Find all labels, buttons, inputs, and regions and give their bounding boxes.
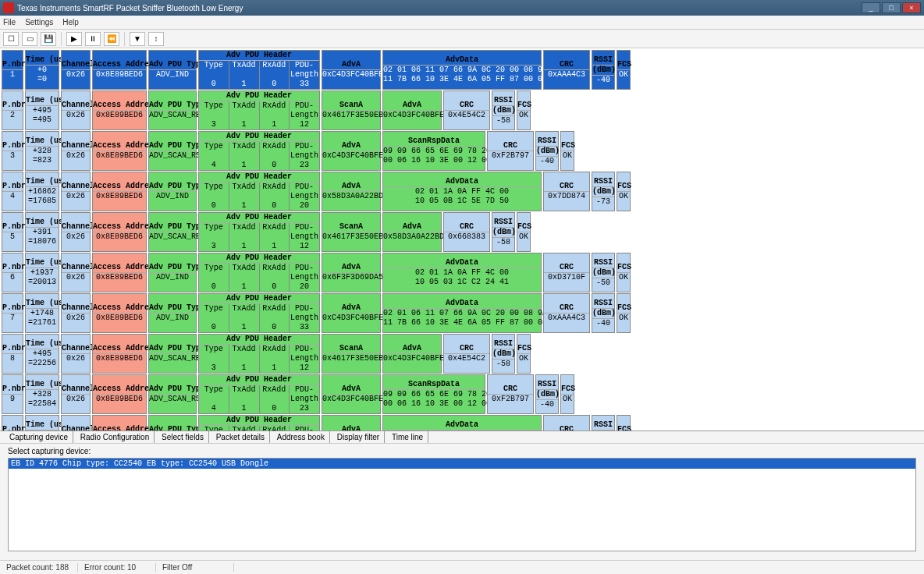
col-scanrsp: ScanRspData09 09 66 65 6E 69 78 20 3300 … <box>382 131 485 171</box>
pause-icon[interactable]: ⏸ <box>85 32 101 46</box>
close-button[interactable]: × <box>902 2 921 13</box>
col-adva: AdvA0xC4D3FC40BFE5 <box>322 131 381 171</box>
col-adva: AdvA0xC4D3FC40BFE5 <box>322 293 381 333</box>
packet-row[interactable]: P.nbr.6Time (us)+1937=20013Channel0x26Ac… <box>2 253 922 292</box>
tab-details[interactable]: Packet details <box>211 431 270 443</box>
col-channel: Channel0x26 <box>61 50 91 90</box>
tab-timeline[interactable]: Time line <box>387 431 428 443</box>
pdu-header: Adv PDU Header TypeTxAddRxAddPDU-Length … <box>198 374 320 414</box>
packet-row[interactable]: P.nbr.2Time (us)+495=495Channel0x26Acces… <box>2 90 922 130</box>
device-item[interactable]: EB ID 4776 Chip type: CC2540 EB type: CC… <box>9 459 915 469</box>
col-pnbr: P.nbr.3 <box>2 131 23 171</box>
status-filter: Filter Off <box>156 563 234 572</box>
pdu-header: Adv PDU Header TypeTxAddRxAddPDU-Length … <box>198 415 320 430</box>
packet-row[interactable]: P.nbr.9Time (us)+328=22584Channel0x26Acc… <box>2 374 922 414</box>
col-rssi: RSSI(dBm)-40 <box>592 50 615 90</box>
col-crc: CRC0x668383 <box>443 212 490 252</box>
col-crc: CRC0xAAA4C3 <box>543 50 590 90</box>
col-rssi: RSSI(dBm)-58 <box>492 212 515 252</box>
col-pnbr: P.nbr.1 <box>2 50 23 90</box>
col-pnbr: P.nbr.9 <box>2 374 23 414</box>
tab-display[interactable]: Display filter <box>332 431 385 443</box>
col-pdutype: Adv PDU TypeADV_IND <box>148 50 197 90</box>
play-icon[interactable]: ▶ <box>66 32 82 46</box>
col-channel: Channel0x26 <box>61 212 91 252</box>
col-adva: AdvA0xAC9A22F35404 <box>322 415 381 430</box>
col-fcs: FCSOK <box>560 374 574 414</box>
packet-row[interactable]: P.nbr.7Time (us)+1748=21761Channel0x26Ac… <box>2 293 922 333</box>
funnel-icon[interactable]: ▼ <box>130 32 145 46</box>
packet-list[interactable]: P.nbr.1Time (us)+0=0Channel0x26Access Ad… <box>0 48 924 430</box>
col-access: Access Address0x8E89BED6 <box>92 212 147 252</box>
col-time: Time (us)+495=22256 <box>25 334 59 374</box>
col-adva: AdvA0x6F3F3D69DA5E <box>322 253 381 292</box>
col-time: Time (us)+328=22584 <box>25 374 59 414</box>
stop-icon[interactable]: ⏪ <box>104 32 119 46</box>
col-fcs: FCSOK <box>617 253 631 292</box>
packet-row[interactable]: P.nbr.3Time (us)+328=823Channel0x26Acces… <box>2 131 922 171</box>
col-pnbr: P.nbr.2 <box>2 90 23 130</box>
device-list[interactable]: EB ID 4776 Chip type: CC2540 EB type: CC… <box>8 458 916 551</box>
col-channel: Channel0x26 <box>61 374 91 414</box>
col-pdutype: Adv PDU TypeADV_SCAN_REQ <box>148 212 197 252</box>
col-adva: AdvA0x58D3A0A22BDB <box>382 212 442 252</box>
col-adva: AdvA0xC4D3FC40BFE5 <box>322 50 381 90</box>
col-crc: CRC0xF2B797 <box>487 374 534 414</box>
tab-capturing[interactable]: Capturing device <box>5 431 73 443</box>
packet-row[interactable]: P.nbr.5Time (us)+391=18076Channel0x26Acc… <box>2 212 922 252</box>
col-crc: CRC0x4E54C2 <box>443 334 490 374</box>
pdu-header: Adv PDU Header TypeTxAddRxAddPDU-Length … <box>198 131 320 171</box>
col-crc: CRC0x3B2F18 <box>543 415 590 430</box>
col-pdutype: Adv PDU TypeADV_IND <box>148 253 197 292</box>
col-advdata: AdvData02 01 06 11 07 66 9A 0C 20 00 08 … <box>382 50 542 90</box>
col-rssi: RSSI(dBm)-58 <box>492 90 515 130</box>
col-pnbr: P.nbr.7 <box>2 293 23 333</box>
col-channel: Channel0x26 <box>61 253 91 292</box>
col-pnbr: P.nbr.10 <box>2 415 23 430</box>
col-adva: AdvA0xC4D3FC40BFE5 <box>382 90 442 130</box>
tab-radio[interactable]: Radio Configuration <box>76 431 155 443</box>
col-pnbr: P.nbr.4 <box>2 172 23 211</box>
packet-row[interactable]: P.nbr.10Time (us)+17981=40565Channel0x26… <box>2 415 922 430</box>
open-icon[interactable]: ▭ <box>22 32 37 46</box>
col-pnbr: P.nbr.6 <box>2 253 23 292</box>
save-icon[interactable]: 💾 <box>41 32 56 46</box>
col-time: Time (us)+1937=20013 <box>25 253 59 292</box>
col-pdutype: Adv PDU TypeADV_SCAN_REQ <box>148 334 197 374</box>
col-advdata: AdvData02 01 06 14 16 95 FE 71 20 83 00 … <box>382 415 542 430</box>
col-advdata: AdvData02 01 06 11 07 66 9A 0C 20 00 08 … <box>382 293 542 333</box>
tab-fields[interactable]: Select fields <box>157 431 209 443</box>
col-access: Access Address0x8E89BED6 <box>92 374 147 414</box>
col-channel: Channel0x26 <box>61 334 91 374</box>
packet-row[interactable]: P.nbr.4Time (us)+16862=17685Channel0x26A… <box>2 172 922 211</box>
new-icon[interactable]: ☐ <box>3 32 19 46</box>
minimize-button[interactable]: _ <box>862 2 880 13</box>
col-scana: ScanA0x4617F3E50EB7 <box>322 90 381 130</box>
menu-settings[interactable]: Settings <box>25 18 53 27</box>
col-access: Access Address0x8E89BED6 <box>92 293 147 333</box>
menu-file[interactable]: File <box>3 18 16 27</box>
col-pnbr: P.nbr.8 <box>2 334 23 374</box>
col-channel: Channel0x26 <box>61 172 91 211</box>
col-time: Time (us)+17981=40565 <box>25 415 59 430</box>
device-label: Select capturing device: <box>8 447 916 455</box>
packet-row[interactable]: P.nbr.1Time (us)+0=0Channel0x26Access Ad… <box>2 50 922 90</box>
status-error-count: Error count: 10 <box>78 563 156 572</box>
tab-address[interactable]: Address book <box>272 431 330 443</box>
window-title: Texas Instruments SmartRF Packet Sniffer… <box>17 4 243 12</box>
status-packet-count: Packet count: 188 <box>0 563 78 572</box>
col-fcs: FCSOK <box>560 131 574 171</box>
autoscroll-icon[interactable]: ↕ <box>148 32 164 46</box>
col-access: Access Address0x8E89BED6 <box>92 50 147 90</box>
packet-row[interactable]: P.nbr.8Time (us)+495=22256Channel0x26Acc… <box>2 334 922 374</box>
col-advdata: AdvData02 01 1A 0A FF 4C 0010 05 03 1C C… <box>382 253 542 292</box>
col-time: Time (us)+16862=17685 <box>25 172 59 211</box>
col-pdutype: Adv PDU TypeADV_IND <box>148 293 197 333</box>
menu-help[interactable]: Help <box>62 18 79 27</box>
pdu-header: Adv PDU Header TypeTxAddRxAddPDU-Length … <box>198 90 320 130</box>
col-scanrsp: ScanRspData09 09 66 65 6E 69 78 20 3300 … <box>382 374 485 414</box>
col-time: Time (us)+495=495 <box>25 90 59 130</box>
col-access: Access Address0x8E89BED6 <box>92 172 147 211</box>
col-channel: Channel0x26 <box>61 293 91 333</box>
maximize-button[interactable]: □ <box>882 2 901 13</box>
